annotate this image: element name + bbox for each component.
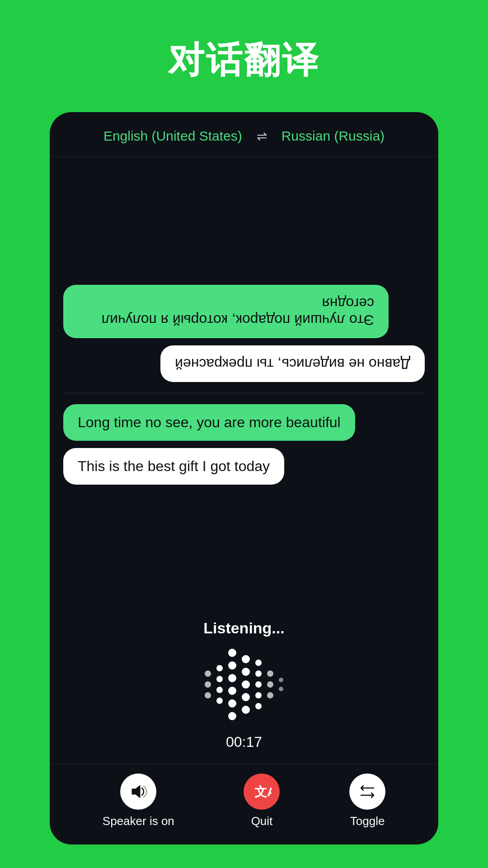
language-right[interactable]: Russian (Russia) <box>282 128 385 144</box>
speaker-button[interactable]: Speaker is on <box>103 774 174 828</box>
toggle-icon <box>357 782 377 802</box>
speaker-icon-circle <box>120 774 156 810</box>
waveform <box>205 644 283 725</box>
listening-section: Listening... <box>63 610 425 755</box>
toggle-label: Toggle <box>350 814 385 828</box>
wave-col-2 <box>216 665 223 704</box>
translate-icon: 文A <box>252 782 272 802</box>
quit-button[interactable]: 文A Quit <box>244 774 280 828</box>
message-normal-green: Long time no see, you are more beautiful <box>63 404 355 441</box>
wave-col-4 <box>242 655 250 714</box>
timer: 00:17 <box>226 734 262 750</box>
svg-text:文A: 文A <box>254 785 272 799</box>
wave-col-5 <box>255 660 262 709</box>
wave-col-1 <box>205 670 211 698</box>
app-title: 对话翻译 <box>168 36 320 85</box>
wave-col-3 <box>228 649 236 720</box>
toggle-icon-circle <box>349 774 385 810</box>
quit-icon-circle: 文A <box>244 774 280 810</box>
wave-col-6 <box>267 670 273 698</box>
main-card: English (United States) ⇌ Russian (Russi… <box>50 112 438 844</box>
speaker-icon <box>128 782 148 802</box>
chat-divider <box>63 393 425 393</box>
speaker-label: Speaker is on <box>103 814 174 828</box>
message-flipped-green: Это лучший подарок, который я получил се… <box>63 285 389 338</box>
chat-area: Давно не виделись, ты прекрасней Это луч… <box>50 157 438 764</box>
language-left[interactable]: English (United States) <box>103 128 242 144</box>
message-normal-white: This is the best gift I got today <box>63 448 284 485</box>
swap-icon[interactable]: ⇌ <box>257 129 267 144</box>
wave-col-7 <box>279 678 283 691</box>
quit-label: Quit <box>251 814 273 828</box>
message-flipped-white: Давно не виделись, ты прекрасней <box>160 345 425 382</box>
language-bar: English (United States) ⇌ Russian (Russi… <box>50 112 438 157</box>
bottom-bar: Speaker is on 文A Quit Toggle <box>50 764 438 844</box>
listening-label: Listening... <box>203 619 284 637</box>
toggle-button[interactable]: Toggle <box>349 774 385 828</box>
